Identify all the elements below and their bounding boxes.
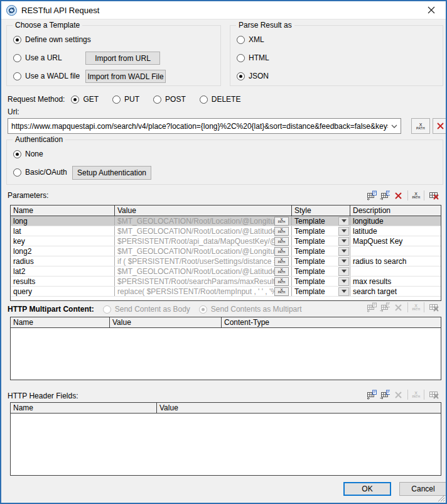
- parameter-row[interactable]: key$PERSISTENT/Root/api_data/MapQuestKey…: [11, 236, 441, 246]
- parameter-description-cell[interactable]: [350, 266, 441, 276]
- append-header-field-button[interactable]: P: [366, 390, 377, 400]
- style-dropdown-button[interactable]: [338, 277, 349, 286]
- parameter-name-cell[interactable]: query: [11, 287, 115, 296]
- parameter-row[interactable]: results$PERSISTENT/Root/searchParams/max…: [11, 277, 441, 287]
- parameter-value-cell[interactable]: $MT_GEOLOCATION/Root/Location/@Longitude…: [115, 216, 292, 226]
- resize-grip[interactable]: [436, 493, 445, 502]
- parameter-name-cell[interactable]: results: [11, 277, 115, 286]
- style-dropdown-button[interactable]: [338, 217, 349, 226]
- cell-xpath-button[interactable]: XPATH: [274, 227, 289, 236]
- parameter-row[interactable]: long$MT_GEOLOCATION/Root/Location/@Longi…: [11, 216, 441, 226]
- parameter-value-cell[interactable]: $MT_GEOLOCATION/Root/Location/@LatitudeX…: [115, 266, 292, 276]
- column-header[interactable]: Style: [292, 205, 350, 216]
- setup-authentication-button[interactable]: Setup Authentication: [72, 166, 151, 180]
- parameter-name-cell[interactable]: long: [11, 216, 115, 226]
- parameter-style-select[interactable]: Template: [292, 216, 350, 226]
- import-from-wadl-button[interactable]: Import from WADL File: [85, 70, 166, 83]
- column-header[interactable]: Name: [11, 403, 157, 413]
- radio-get[interactable]: GET: [71, 95, 99, 104]
- import-from-url-button[interactable]: Import from URL: [85, 52, 160, 65]
- toolbar-separator: [407, 390, 408, 400]
- radio-define-own-settings[interactable]: Define own settings: [13, 35, 91, 44]
- parameter-value-cell[interactable]: $MT_GEOLOCATION/Root/Location/@LatitudeX…: [115, 226, 292, 236]
- radio-html[interactable]: HTML: [237, 53, 269, 62]
- radio-delete[interactable]: DELETE: [200, 95, 241, 104]
- radio-json[interactable]: JSON: [237, 72, 269, 80]
- column-header[interactable]: Content-Type: [222, 317, 441, 327]
- radio-use-a-url[interactable]: Use a URL: [13, 53, 62, 62]
- column-header[interactable]: Value: [157, 403, 441, 413]
- parameter-name-cell[interactable]: key: [11, 236, 115, 246]
- parameter-name-cell[interactable]: long2: [11, 246, 115, 256]
- ok-button[interactable]: OK: [343, 482, 391, 496]
- parameter-row[interactable]: radiusif ( $PERSISTENT/Root/userSettings…: [11, 256, 441, 266]
- insert-header-field-button[interactable]: P: [379, 390, 390, 400]
- url-clear-button[interactable]: [433, 118, 447, 134]
- parameter-value-cell[interactable]: replace( $PERSISTENT/Root/tempInput , ' …: [115, 287, 292, 296]
- radio-use-a-wadl-file[interactable]: Use a WADL file: [13, 72, 80, 80]
- cell-xpath-button[interactable]: XPATH: [274, 267, 289, 276]
- column-header[interactable]: Value: [115, 205, 292, 216]
- column-header[interactable]: Name: [11, 317, 110, 327]
- style-dropdown-button[interactable]: [338, 247, 349, 256]
- column-header[interactable]: Description: [350, 205, 441, 216]
- parameter-value-cell[interactable]: $MT_GEOLOCATION/Root/Location/@Longitude…: [115, 246, 292, 256]
- parameter-style-select[interactable]: Template: [292, 236, 350, 246]
- parameter-name-cell[interactable]: radius: [11, 256, 115, 266]
- append-parameter-button[interactable]: P: [366, 190, 377, 201]
- parameter-row[interactable]: lat2$MT_GEOLOCATION/Root/Location/@Latit…: [11, 266, 441, 277]
- cell-xpath-button[interactable]: XPATH: [274, 277, 289, 286]
- parameter-style-select[interactable]: Template: [292, 266, 350, 276]
- parameter-style-select[interactable]: Template: [292, 226, 350, 236]
- parameter-style-select[interactable]: Template: [292, 287, 350, 296]
- parameters-xpath-button[interactable]: X PATH: [412, 192, 420, 199]
- close-button[interactable]: [419, 1, 443, 19]
- parameter-name-cell[interactable]: lat: [11, 226, 115, 236]
- multipart-table-body[interactable]: [11, 328, 441, 380]
- parameter-description-cell[interactable]: max results: [350, 277, 441, 286]
- style-dropdown-button[interactable]: [338, 287, 349, 296]
- cell-xpath-button[interactable]: XPATH: [274, 257, 289, 266]
- radio-put[interactable]: PUT: [112, 95, 139, 104]
- radio-auth-basic-oauth[interactable]: Basic/OAuth: [13, 168, 67, 177]
- radio-post[interactable]: POST: [153, 95, 186, 104]
- header-fields-table-body[interactable]: [11, 414, 441, 475]
- parameter-style-select[interactable]: Template: [292, 277, 350, 286]
- radio-xml[interactable]: XML: [237, 35, 264, 44]
- parameter-description-cell[interactable]: latitude: [350, 226, 441, 236]
- cell-xpath-button[interactable]: XPATH: [274, 237, 289, 246]
- parameter-description-cell[interactable]: radius to search: [350, 256, 441, 266]
- url-xpath-button[interactable]: X PATH: [411, 118, 430, 134]
- delete-parameter-button[interactable]: [392, 190, 404, 201]
- style-dropdown-button[interactable]: [338, 237, 349, 246]
- radio-icon: [237, 36, 245, 44]
- column-header[interactable]: Name: [11, 205, 115, 216]
- url-dropdown-button[interactable]: [388, 119, 401, 133]
- style-dropdown-button[interactable]: [338, 257, 349, 266]
- parameter-description-cell[interactable]: search target: [350, 287, 441, 296]
- parameter-style-select[interactable]: Template: [292, 256, 350, 266]
- cell-xpath-button[interactable]: XPATH: [274, 217, 289, 226]
- insert-parameter-button[interactable]: P: [379, 190, 390, 201]
- parameter-row[interactable]: lat$MT_GEOLOCATION/Root/Location/@Latitu…: [11, 226, 441, 236]
- parameter-row[interactable]: queryreplace( $PERSISTENT/Root/tempInput…: [11, 287, 441, 297]
- parameter-description-cell[interactable]: longitude: [350, 216, 441, 226]
- style-dropdown-button[interactable]: [338, 227, 349, 236]
- svg-text:P: P: [387, 303, 390, 307]
- delete-all-parameters-button[interactable]: [428, 190, 439, 201]
- parameter-description-cell[interactable]: MapQuest Key: [350, 236, 441, 246]
- style-dropdown-button[interactable]: [338, 267, 349, 276]
- cell-xpath-button[interactable]: XPATH: [274, 247, 289, 256]
- parameter-value-cell[interactable]: $PERSISTENT/Root/searchParams/maxResults…: [115, 277, 292, 286]
- cell-xpath-button[interactable]: XPATH: [274, 287, 289, 296]
- url-combobox[interactable]: https://www.mapquestapi.com/search/v4/pl…: [8, 118, 401, 134]
- parameter-value-cell[interactable]: if ( $PERSISTENT/Root/userSettings/dista…: [115, 256, 292, 266]
- radio-icon: [13, 72, 21, 80]
- parameter-name-cell[interactable]: lat2: [11, 266, 115, 276]
- parameter-value-cell[interactable]: $PERSISTENT/Root/api_data/MapQuestKey/@k…: [115, 236, 292, 246]
- parameter-description-cell[interactable]: [350, 246, 441, 256]
- radio-auth-none[interactable]: None: [13, 150, 43, 158]
- parameter-style-select[interactable]: Template: [292, 246, 350, 256]
- column-header[interactable]: Value: [110, 317, 222, 327]
- parameter-row[interactable]: long2$MT_GEOLOCATION/Root/Location/@Long…: [11, 246, 441, 256]
